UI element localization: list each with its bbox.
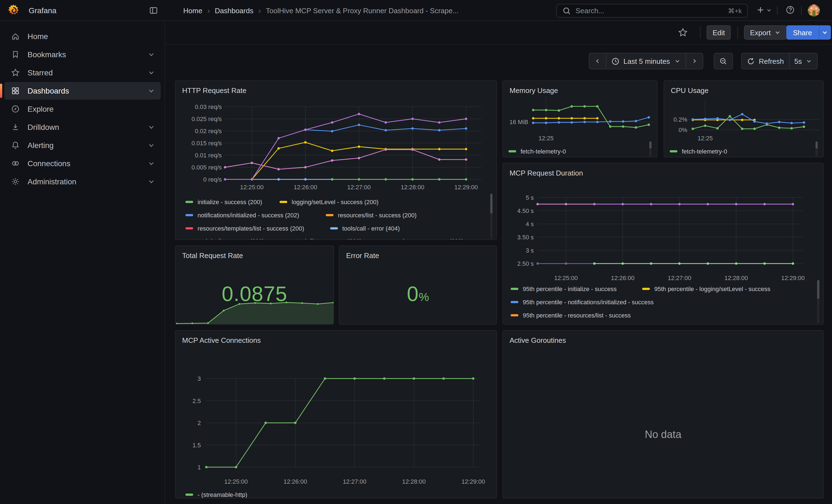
refresh-label: Refresh: [759, 57, 784, 65]
legend-item[interactable]: fetch-telemetry-0: [509, 148, 566, 155]
sidebar-item-label: Bookmarks: [27, 50, 148, 59]
time-range-forward-button[interactable]: [685, 53, 703, 69]
refresh-interval-dropdown[interactable]: 5s: [789, 53, 818, 69]
legend-color-chip: [185, 201, 193, 203]
sidebar-item-starred[interactable]: Starred: [4, 64, 161, 81]
chevron-down-icon: [148, 69, 155, 77]
legend-item[interactable]: resources/list - success (200): [326, 212, 417, 218]
chevron-down-icon: [148, 141, 155, 149]
share-button[interactable]: Share: [786, 25, 818, 39]
legend-item[interactable]: notifications/initialized - success (202…: [185, 212, 299, 218]
sidebar-item-explore[interactable]: Explore: [4, 100, 161, 118]
export-label: Export: [750, 28, 771, 36]
legend-scrollbar[interactable]: [815, 141, 818, 156]
legend-label: 95th percentile - initialize - success: [523, 286, 617, 292]
legend-item[interactable]: tools/call - success (200): [185, 238, 264, 240]
sidebar-item-alerting[interactable]: Alerting: [4, 136, 161, 154]
legend-scrollbar[interactable]: [490, 194, 493, 239]
breadcrumb-dashboards[interactable]: Dashboards: [215, 6, 253, 15]
legend-item[interactable]: logging/setLevel - success (200): [280, 198, 379, 205]
chevron-down-icon: [148, 87, 155, 95]
dashboard-toolbar: Edit Export Share: [165, 21, 832, 45]
sidebar-item-dashboards[interactable]: Dashboards: [4, 82, 161, 100]
panel-title[interactable]: CPU Usage: [671, 86, 708, 95]
legend-item[interactable]: unknown - success (200): [384, 238, 464, 240]
panel-title[interactable]: Active Goroutines: [510, 336, 566, 344]
refresh-group: Refresh 5s: [741, 53, 818, 69]
panel-title[interactable]: Error Rate: [346, 251, 379, 260]
top-navigation-bar: Grafana Home › Dashboards › ToolHive MCP…: [0, 0, 832, 21]
sidebar-item-drilldown[interactable]: Drilldown: [4, 118, 161, 136]
search-icon: [562, 6, 571, 15]
error-rate-sparkline[interactable]: [340, 319, 497, 325]
chevron-down-icon: [806, 58, 812, 64]
legend-item[interactable]: - (streamable-http): [185, 492, 248, 498]
export-button[interactable]: Export: [744, 25, 787, 39]
legend-label: logging/setLevel - success (200): [292, 198, 379, 205]
help-button[interactable]: [786, 5, 795, 17]
legend-label: notifications/initialized - success (202…: [198, 212, 299, 218]
legend-item[interactable]: 95th percentile - notifications/initiali…: [511, 299, 654, 306]
no-data-message: No data: [503, 429, 823, 441]
panel-title[interactable]: HTTP Request Rate: [182, 86, 246, 95]
total-request-rate-value: 0.0875: [222, 282, 287, 306]
legend-label: fetch-telemetry-0: [682, 148, 727, 155]
question-circle-icon: [786, 5, 795, 14]
sidebar-item-bookmarks[interactable]: Bookmarks: [4, 46, 161, 63]
legend-item[interactable]: 95th percentile - resources/templates/li…: [511, 323, 659, 325]
legend-color-chip: [326, 214, 334, 216]
breadcrumb: Home › Dashboards › ToolHive MCP Server …: [183, 0, 459, 21]
zoom-out-button[interactable]: [714, 53, 733, 69]
panel-title[interactable]: MCP Active Connections: [182, 336, 261, 344]
chevron-down-icon: [148, 160, 155, 167]
search-input[interactable]: Search... ⌘+k: [556, 4, 748, 18]
bell-icon: [11, 141, 20, 150]
legend-label: - (streamable-http): [198, 492, 248, 498]
sidebar-item-label: Administration: [27, 177, 148, 186]
sidebar-item-home[interactable]: Home: [4, 27, 161, 45]
favorite-star-icon[interactable]: [678, 27, 688, 37]
legend-scrollbar[interactable]: [817, 280, 820, 323]
grafana-logo-icon[interactable]: [7, 4, 20, 17]
sidebar-item-label: Explore: [27, 105, 155, 113]
share-menu-caret[interactable]: [818, 25, 831, 39]
sidebar-item-label: Connections: [27, 159, 148, 168]
sidebar-item-label: Alerting: [27, 141, 148, 150]
legend-label: tools/call - error (404): [342, 225, 400, 232]
legend-scrollbar[interactable]: [649, 141, 651, 156]
star-icon: [11, 68, 20, 77]
time-range-back-button[interactable]: [589, 53, 606, 69]
panel-title[interactable]: Total Request Rate: [182, 251, 243, 260]
breadcrumb-separator: ›: [207, 6, 210, 15]
panel-title[interactable]: MCP Request Duration: [510, 169, 583, 177]
chevron-left-icon: [594, 58, 601, 64]
legend-item[interactable]: 95th percentile - logging/setLevel - suc…: [642, 286, 770, 292]
refresh-button[interactable]: Refresh: [741, 53, 789, 69]
panel-mcp-active-connections: MCP Active Connections 12:25:0012:26:001…: [175, 330, 497, 499]
legend-label: 95th percentile - resources/templates/li…: [523, 323, 659, 325]
breadcrumb-home[interactable]: Home: [183, 6, 202, 15]
sidebar-item-administration[interactable]: Administration: [4, 173, 161, 190]
legend-item[interactable]: initialize - success (200): [185, 198, 262, 205]
sidebar-toggle-icon[interactable]: [149, 6, 158, 15]
legend-item[interactable]: 95th percentile - resources/list - succe…: [511, 312, 631, 319]
legend-label: 95th percentile - logging/setLevel - suc…: [654, 286, 770, 292]
legend-item[interactable]: 95th percentile - initialize - success: [511, 286, 617, 292]
dashboards-grid-icon: [11, 86, 20, 95]
legend-item[interactable]: resources/templates/list - success (200): [185, 225, 304, 232]
sidebar-item-connections[interactable]: Connections: [4, 155, 161, 172]
legend-color-chip: [330, 227, 338, 230]
error-rate-value: 0: [407, 282, 419, 306]
time-range-picker[interactable]: Last 5 minutes: [606, 53, 686, 69]
edit-button[interactable]: Edit: [706, 25, 731, 39]
legend-item[interactable]: tools/list - success (200): [285, 238, 362, 240]
legend-item[interactable]: fetch-telemetry-0: [670, 148, 727, 155]
legend-item[interactable]: tools/call - error (404): [330, 225, 400, 232]
panel-memory-usage: Memory Usage 12:2516 MiB fetch-telemetry…: [502, 80, 657, 157]
add-new-button[interactable]: [756, 5, 772, 14]
panel-title[interactable]: Memory Usage: [510, 86, 558, 95]
divider: [801, 6, 802, 15]
divider: [777, 6, 778, 15]
legend-color-chip: [509, 150, 516, 152]
user-avatar[interactable]: [808, 4, 820, 17]
